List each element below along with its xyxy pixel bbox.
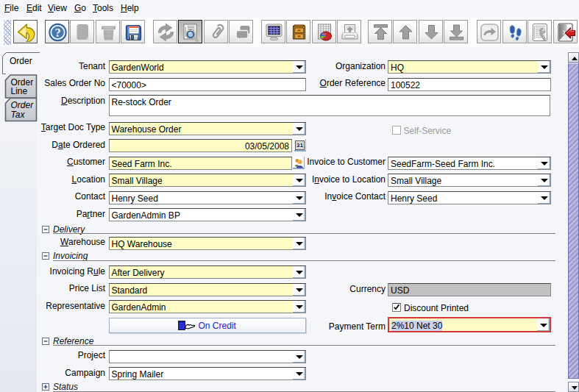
svg-text:31: 31: [296, 142, 302, 149]
svg-text:?: ?: [54, 26, 60, 40]
